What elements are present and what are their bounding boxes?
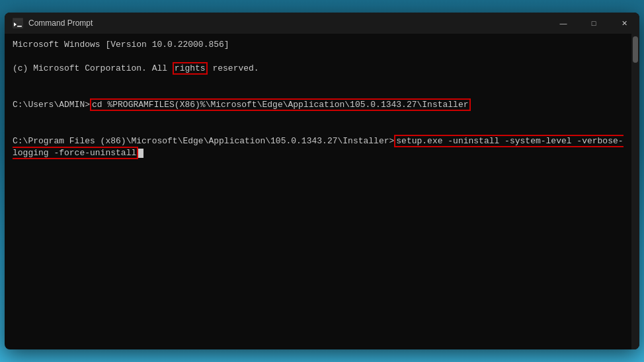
cursor: [138, 149, 143, 158]
svg-rect-3: [17, 26, 22, 27]
title-bar: Command Prompt — □ ✕: [5, 13, 639, 34]
cd-command-highlight: cd %PROGRAMFILES(X86)%\Microsoft\Edge\Ap…: [90, 98, 471, 111]
output-line-4: C:\Program Files (x86)\Microsoft\Edge\Ap…: [13, 135, 624, 159]
rights-highlight: rights: [173, 62, 208, 75]
output-line-2: (c) Microsoft Corporation. All rights re…: [13, 63, 624, 75]
terminal-output[interactable]: Microsoft Windows [Version 10.0.22000.85…: [5, 34, 631, 349]
output-line-3: C:\Users\ADMIN>cd %PROGRAMFILES(X86)%\Mi…: [13, 99, 624, 111]
window-icon: [13, 18, 23, 28]
svg-rect-1: [13, 18, 22, 20]
prompt-2: C:\Program Files (x86)\Microsoft\Edge\Ap…: [13, 136, 394, 146]
command-prompt-window: Command Prompt — □ ✕ Microsoft Windows […: [5, 13, 639, 349]
window-controls: — □ ✕: [548, 13, 639, 34]
prompt-1: C:\Users\ADMIN>: [13, 100, 90, 110]
output-line-1: Microsoft Windows [Version 10.0.22000.85…: [13, 39, 624, 51]
close-button[interactable]: ✕: [609, 13, 639, 34]
vertical-scrollbar[interactable]: [631, 34, 639, 349]
scrollbar-thumb[interactable]: [633, 36, 638, 63]
minimize-button[interactable]: —: [548, 13, 579, 34]
maximize-button[interactable]: □: [579, 13, 609, 34]
cmd-icon: [13, 18, 23, 28]
window-title: Command Prompt: [28, 18, 548, 28]
terminal-area: Microsoft Windows [Version 10.0.22000.85…: [5, 34, 639, 349]
